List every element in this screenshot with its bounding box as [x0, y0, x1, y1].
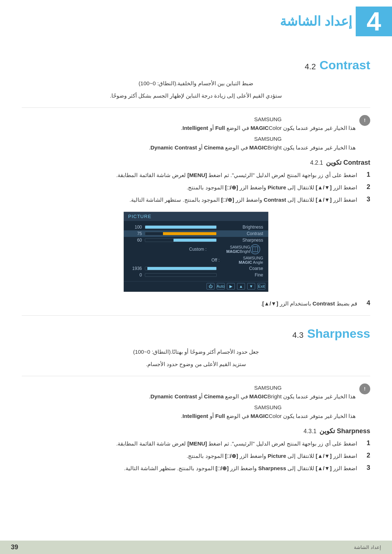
monitor-row-fine: Fine 0 [124, 272, 268, 278]
contrast-value: 75 [129, 231, 142, 236]
step-2-text: اضغط الزر [▼/▲] للانتقال إلى Picture واض… [22, 183, 357, 192]
content-area: 4.2 Contrast ضبط التباين بين الأجسام وال… [0, 44, 392, 498]
step-1-num: 1 [362, 171, 370, 178]
enter-icon: ▶ [227, 283, 235, 290]
sharpness-bar [173, 239, 216, 242]
step-3-num: 3 [362, 196, 370, 203]
contrast-label: Contrast [220, 231, 263, 236]
footer-btn-up: ▲ [237, 283, 245, 290]
sharpness-bullet-1: ! هذا الخيار غير متوفر عندما يكون SAMSUN… [22, 383, 370, 401]
contrast-desc: ستؤدي القيم الأعلى إلى زيادة درجة التباي… [22, 91, 370, 100]
chapter-title: إعداد الشاشة [280, 14, 356, 29]
auto-icon: Auto [217, 283, 225, 290]
divider-2 [22, 315, 370, 316]
sharpness-bullet-2: هذا الخيار غير متوفر عندما يكون SAMSUNGM… [22, 403, 370, 420]
coarse-value: 1936 [129, 266, 142, 271]
subsection-431-title: تكوين Sharpness [319, 427, 370, 435]
svg-text:!: ! [364, 386, 366, 391]
monitor-row-magic-bright: SAMSUNGMAGICBright : Custom [124, 243, 268, 255]
divider-3 [22, 376, 370, 376]
step-3-text: اضغط الزر [▼/▲] للانتقال إلى Contrast وا… [22, 196, 357, 204]
monitor-icon-magic-bright [250, 244, 260, 254]
coarse-label: Coarse [220, 266, 263, 271]
brightness-bar [145, 226, 216, 229]
subsection-421-title: تكوين Contrast [326, 159, 370, 167]
monitor-row-contrast: Contrast 75 [124, 230, 268, 237]
magic-bright-value: : Custom [129, 247, 207, 252]
sharpness-bullet-1-text: هذا الخيار غير متوفر عندما يكون SAMSUNGM… [22, 383, 356, 401]
contrast-step-4: 4 قم بضبط Contrast باستخدام الزر [▼/▲]. [22, 299, 370, 308]
monitor-row-coarse: Coarse 1936 [124, 265, 268, 272]
footer-btn-exit: Exit [257, 283, 265, 290]
subsection-431-heading: 4.3.1 تكوين Sharpness [22, 427, 370, 435]
monitor-row-magic-angle: SAMSUNGMAGIC Angle : Off [124, 255, 268, 265]
up-icon: ▲ [237, 283, 245, 290]
subsection-431-number: 4.3.1 [303, 428, 317, 435]
step-1-text: اضغط على أي زر بواجهة المنتج لعرض الدليل… [22, 171, 357, 180]
subsection-421-number: 4.2.1 [310, 160, 323, 166]
sh-step-3-num: 3 [362, 464, 370, 472]
monitor-row-sharpness: Sharpness 60 [124, 237, 268, 243]
footer-btn-auto: Auto [217, 283, 225, 290]
sh-step-1-text: اضغط على أي زر بواجهة المنتج لعرض الدليل… [22, 439, 357, 448]
fine-value: 0 [129, 272, 142, 278]
monitor-footer: Exit ▼ ▲ ▶ Auto ⏻ [124, 281, 268, 292]
contrast-bullet-2-text: هذا الخيار غير متوفر عندما يكون SAMSUNGM… [22, 135, 356, 152]
contrast-range-text: ضبط التباين بين الأجسام والخلفية.(النطاق… [22, 79, 370, 88]
footer-chapter-title: إعداد الشاشة [354, 545, 381, 550]
section-43-heading: 4.3 Sharpness [22, 327, 370, 341]
divider-1 [22, 107, 370, 108]
sh-step-2-num: 2 [362, 452, 370, 459]
monitor-display: PICTURE Brightness 100 Contrast [123, 212, 269, 292]
subsection-421-heading: 4.2.1 تكوين Contrast [22, 159, 370, 167]
bullet-icon-1: ! [359, 115, 370, 126]
sharpness-label: Sharpness [220, 238, 263, 243]
sharpness-range-text: جعل حدود الأجسام أكثر وضوحًا أو بهتانًا.… [22, 347, 370, 357]
magic-angle-value: : Off [129, 258, 220, 263]
sharpness-step-1: 1 اضغط على أي زر بواجهة المنتج لعرض الدل… [22, 439, 370, 448]
footer-page-number: 39 [11, 543, 18, 551]
sharpness-bar-container [145, 238, 217, 242]
footer-btn-down: ▼ [247, 283, 255, 290]
section-42-number: 4.2 [305, 62, 316, 71]
section-43-number: 4.3 [293, 331, 304, 340]
chapter-header: إعداد الشاشة 4 [0, 0, 392, 40]
monitor-screenshot: PICTURE Brightness 100 Contrast [22, 212, 370, 292]
section-42-title: Contrast [319, 58, 370, 72]
contrast-bullet-1-text: هذا الخيار غير متوفر عندما يكون SAMSUNGM… [22, 115, 356, 132]
bullet-icon-sh-1: ! [359, 383, 370, 394]
sharpness-step-2: 2 اضغط الزر [▼/▲] للانتقال إلى Picture و… [22, 452, 370, 460]
step-4-num: 4 [362, 299, 370, 307]
svg-text:!: ! [364, 118, 366, 123]
fine-label: Fine [220, 272, 263, 278]
contrast-bullet-1: ! هذا الخيار غير متوفر عندما يكون SAMSUN… [22, 115, 370, 132]
monitor-menu-rows: Brightness 100 Contrast 75 [124, 221, 268, 281]
down-icon: ▼ [247, 283, 255, 290]
page-footer: إعداد الشاشة 39 [0, 541, 392, 554]
sharpness-desc: ستزيد القيم الأعلى من وضوح حدود الأجسام. [22, 360, 370, 369]
contrast-step-3: 3 اضغط الزر [▼/▲] للانتقال إلى Contrast … [22, 196, 370, 204]
sharpness-bullet-2-text: هذا الخيار غير متوفر عندما يكون SAMSUNGM… [22, 403, 356, 420]
sh-step-3-text: اضغط الزر [▼/▲] للانتقال إلى Sharpness و… [22, 464, 357, 473]
monitor-row-brightness: Brightness 100 [124, 224, 268, 230]
monitor-titlebar: PICTURE [124, 212, 268, 221]
contrast-step-1: 1 اضغط على أي زر بواجهة المنتج لعرض الدل… [22, 171, 370, 180]
brightness-label: Brightness [220, 225, 263, 230]
contrast-bar-container [145, 232, 217, 235]
section-43-title: Sharpness [307, 327, 370, 341]
sh-step-2-text: اضغط الزر [▼/▲] للانتقال إلى Picture واض… [22, 452, 357, 460]
coarse-bar [147, 267, 216, 270]
power-icon: ⏻ [207, 283, 215, 290]
contrast-step-2: 2 اضغط الزر [▼/▲] للانتقال إلى Picture و… [22, 183, 370, 192]
step-2-num: 2 [362, 183, 370, 191]
contrast-bar [163, 232, 216, 235]
magic-bright-label: SAMSUNGMAGICBright [207, 245, 250, 254]
footer-btn-power: ⏻ [207, 283, 215, 290]
brightness-value: 100 [129, 225, 142, 230]
section-42-heading: 4.2 Contrast [22, 58, 370, 72]
coarse-bar-container [145, 267, 217, 270]
step-4-text: قم بضبط Contrast باستخدام الزر [▼/▲]. [22, 299, 357, 308]
fine-bar-container [145, 273, 217, 277]
exit-icon: Exit [257, 283, 265, 290]
sharpness-value: 60 [129, 238, 142, 243]
